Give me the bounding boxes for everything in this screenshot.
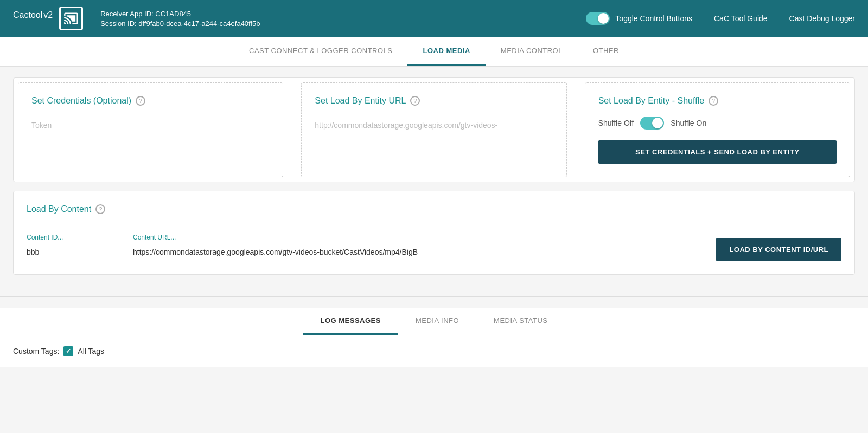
tab-log-messages[interactable]: LOG MESSAGES xyxy=(303,308,398,335)
load-content-help-icon[interactable]: ? xyxy=(95,204,105,214)
shuffle-help-icon[interactable]: ? xyxy=(709,96,718,106)
credentials-help-icon[interactable]: ? xyxy=(136,96,145,106)
bottom-tabs-bar: LOG MESSAGES MEDIA INFO MEDIA STATUS xyxy=(0,308,868,335)
shuffle-card-title: Set Load By Entity - Shuffle ? xyxy=(598,96,837,106)
credentials-card: Set Credentials (Optional) ? xyxy=(18,82,283,177)
shuffle-on-label: Shuffle On xyxy=(671,119,706,127)
main-tabs-bar: CAST CONNECT & LOGGER CONTROLS LOAD MEDI… xyxy=(0,37,868,67)
shuffle-toggle-row: Shuffle Off Shuffle On xyxy=(598,117,837,130)
card-divider-1 xyxy=(292,91,292,169)
app-header: Cactoolv2 Receiver App ID: CC1AD845 Sess… xyxy=(0,0,868,37)
token-input[interactable] xyxy=(31,117,270,134)
tab-media-control[interactable]: MEDIA CONTROL xyxy=(486,37,578,66)
receiver-app-id: Receiver App ID: CC1AD845 xyxy=(100,10,586,18)
main-content: Set Credentials (Optional) ? Set Load By… xyxy=(0,67,868,294)
entity-url-card: Set Load By Entity URL ? xyxy=(301,82,566,177)
credentials-card-title: Set Credentials (Optional) ? xyxy=(31,96,270,106)
tab-media-status[interactable]: MEDIA STATUS xyxy=(476,308,565,335)
set-credentials-send-load-button[interactable]: SET CREDENTIALS + SEND LOAD BY ENTITY xyxy=(598,140,837,164)
logo-container: Cactoolv2 xyxy=(13,7,83,30)
cast-icon xyxy=(59,7,83,30)
toggle-label: Toggle Control Buttons xyxy=(615,14,692,23)
header-nav: CaC Tool Guide Cast Debug Logger xyxy=(714,14,855,23)
session-id: Session ID: dff9fab0-dcea-4c17-a244-ca4e… xyxy=(100,20,586,28)
tab-other[interactable]: OTHER xyxy=(578,37,634,66)
custom-tags-label: Custom Tags: xyxy=(13,347,59,356)
load-content-outer: Load By Content ? Content ID... Content … xyxy=(13,191,855,275)
shuffle-toggle[interactable] xyxy=(640,117,664,130)
shuffle-off-label: Shuffle Off xyxy=(598,119,634,127)
tab-media-info[interactable]: MEDIA INFO xyxy=(398,308,476,335)
logo-text: Cactoolv2 xyxy=(13,10,53,27)
content-id-input[interactable] xyxy=(27,243,124,261)
content-url-group: Content URL... xyxy=(133,234,707,261)
cast-debug-logger-link[interactable]: Cast Debug Logger xyxy=(789,14,855,23)
content-id-label: Content ID... xyxy=(27,234,124,241)
load-content-card: Load By Content ? Content ID... Content … xyxy=(14,191,854,274)
tab-load-media[interactable]: LOAD MEDIA xyxy=(407,37,485,66)
card-divider-2 xyxy=(576,91,576,169)
cards-row: Set Credentials (Optional) ? Set Load By… xyxy=(14,78,854,182)
section-divider xyxy=(0,296,868,297)
log-messages-section: Custom Tags: All Tags xyxy=(0,335,868,367)
custom-tags-row: Custom Tags: All Tags xyxy=(13,346,855,356)
toggle-control-buttons[interactable]: Toggle Control Buttons xyxy=(586,12,692,25)
shuffle-card: Set Load By Entity - Shuffle ? Shuffle O… xyxy=(585,82,850,177)
entity-url-help-icon[interactable]: ? xyxy=(410,96,420,106)
top-cards-container: Set Credentials (Optional) ? Set Load By… xyxy=(13,77,855,182)
tab-cast-connect[interactable]: CAST CONNECT & LOGGER CONTROLS xyxy=(234,37,407,66)
content-id-group: Content ID... xyxy=(27,234,124,261)
toggle-switch[interactable] xyxy=(586,12,610,25)
content-url-input[interactable] xyxy=(133,243,707,261)
load-by-content-button[interactable]: LOAD BY CONTENT ID/URL xyxy=(716,238,841,261)
all-tags-label: All Tags xyxy=(78,347,104,356)
load-content-fields: Content ID... Content URL... LOAD BY CON… xyxy=(27,234,841,261)
all-tags-checkbox[interactable] xyxy=(63,346,73,356)
entity-url-input[interactable] xyxy=(315,117,553,134)
cast-svg xyxy=(63,11,79,26)
session-info: Receiver App ID: CC1AD845 Session ID: df… xyxy=(100,10,586,28)
content-url-label: Content URL... xyxy=(133,234,707,241)
entity-url-card-title: Set Load By Entity URL ? xyxy=(315,96,553,106)
cac-tool-guide-link[interactable]: CaC Tool Guide xyxy=(714,14,768,23)
load-content-title: Load By Content ? xyxy=(27,204,841,214)
